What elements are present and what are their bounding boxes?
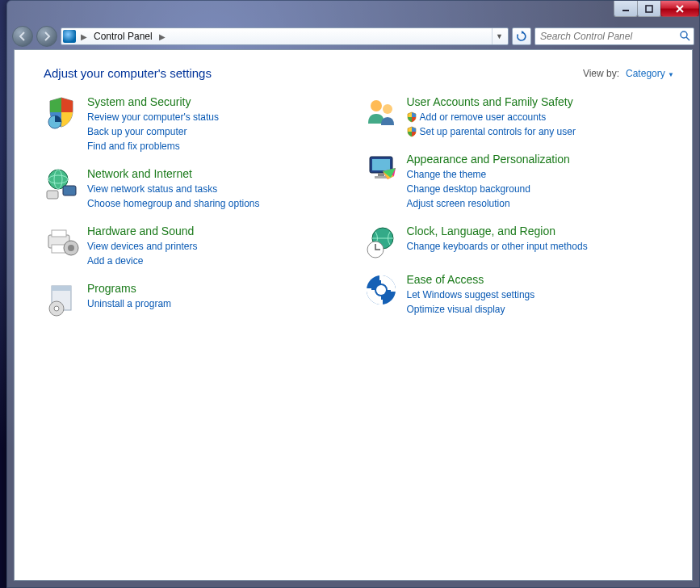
view-by-dropdown[interactable]: Category ▼ <box>626 68 674 79</box>
category-clock-language-and-region: Clock, Language, and RegionChange keyboa… <box>363 224 675 259</box>
category-ease-of-access: Ease of AccessLet Windows suggest settin… <box>363 272 675 317</box>
sublink-text: Set up parental controls for any user <box>420 124 576 139</box>
control-panel-icon <box>63 30 76 43</box>
category-user-accounts-and-family-safety: User Accounts and Family SafetyAdd or re… <box>363 94 675 139</box>
content-header: Adjust your computer's settings View by:… <box>44 66 674 80</box>
category-title-link[interactable]: Programs <box>87 282 171 295</box>
view-by-control: View by: Category ▼ <box>583 68 674 79</box>
address-bar[interactable]: ▶ Control Panel ▶ ▼ <box>61 27 509 45</box>
svg-point-14 <box>68 245 74 251</box>
search-icon[interactable] <box>679 30 690 44</box>
view-by-value: Category <box>626 68 665 79</box>
category-sublink[interactable]: Adjust screen resolution <box>407 196 570 211</box>
category-body: Ease of AccessLet Windows suggest settin… <box>407 272 535 317</box>
category-sublink[interactable]: Add a device <box>87 254 198 268</box>
svg-point-2 <box>681 32 687 38</box>
refresh-button[interactable] <box>512 27 531 45</box>
svg-line-3 <box>686 37 690 40</box>
svg-rect-29 <box>379 274 383 280</box>
maximize-button[interactable] <box>637 1 661 17</box>
category-system-and-security: System and SecurityReview your computer'… <box>44 94 355 153</box>
sublink-text: Adjust screen resolution <box>407 196 510 211</box>
nav-back-button[interactable] <box>12 26 33 47</box>
svg-rect-16 <box>52 286 71 291</box>
shield-pie-icon[interactable] <box>44 94 79 130</box>
globe-clock-icon[interactable] <box>363 224 399 259</box>
category-programs: ProgramsUninstall a program <box>44 281 355 317</box>
category-sublink[interactable]: Find and fix problems <box>87 139 219 153</box>
sublink-text: Back up your computer <box>87 124 187 139</box>
close-icon <box>675 5 685 13</box>
search-input[interactable] <box>540 31 679 42</box>
category-sublink[interactable]: View devices and printers <box>87 239 198 254</box>
category-grid: System and SecurityReview your computer'… <box>44 94 674 317</box>
box-disc-icon[interactable] <box>44 281 79 317</box>
search-box[interactable] <box>534 27 694 45</box>
category-body: ProgramsUninstall a program <box>87 281 171 311</box>
category-body: Appearance and PersonalizationChange the… <box>407 152 570 211</box>
close-button[interactable] <box>660 1 699 17</box>
sublink-text: Change desktop background <box>407 182 530 196</box>
address-history-dropdown[interactable]: ▼ <box>492 28 506 44</box>
category-title-link[interactable]: System and Security <box>87 95 219 108</box>
people-icon[interactable] <box>363 94 399 130</box>
category-title-link[interactable]: Appearance and Personalization <box>407 153 570 166</box>
svg-point-18 <box>54 306 59 311</box>
arrow-left-icon <box>17 31 28 42</box>
navigation-row: ▶ Control Panel ▶ ▼ <box>7 23 699 49</box>
svg-rect-1 <box>646 6 652 12</box>
sublink-text: Uninstall a program <box>87 296 171 311</box>
category-title-link[interactable]: Network and Internet <box>87 167 259 180</box>
category-sublink[interactable]: Optimize visual display <box>407 302 535 317</box>
sublink-text: Let Windows suggest settings <box>407 288 535 302</box>
svg-rect-22 <box>372 159 390 170</box>
svg-rect-24 <box>375 176 388 178</box>
category-sublink[interactable]: Let Windows suggest settings <box>407 288 535 302</box>
category-hardware-and-sound: Hardware and SoundView devices and print… <box>44 224 355 268</box>
category-body: Hardware and SoundView devices and print… <box>87 224 198 268</box>
category-title-link[interactable]: Clock, Language, and Region <box>407 225 588 237</box>
nav-forward-button[interactable] <box>36 26 57 47</box>
svg-rect-31 <box>365 288 371 292</box>
breadcrumb-separator-icon: ▶ <box>157 32 167 41</box>
svg-rect-11 <box>52 230 66 237</box>
sublink-text: Change the theme <box>407 167 487 182</box>
breadcrumb-root[interactable]: Control Panel <box>92 29 154 44</box>
arrow-right-icon <box>41 31 52 42</box>
minimize-button[interactable] <box>614 1 638 17</box>
category-sublink[interactable]: Set up parental controls for any user <box>407 124 576 139</box>
sublink-text: Add or remove user accounts <box>420 110 547 124</box>
category-sublink[interactable]: Add or remove user accounts <box>407 110 576 124</box>
category-body: System and SecurityReview your computer'… <box>87 94 219 153</box>
category-sublink[interactable]: Change keyboards or other input methods <box>407 239 588 254</box>
globe-network-icon[interactable] <box>44 166 79 202</box>
ease-access-icon[interactable] <box>363 272 399 308</box>
svg-point-28 <box>376 285 386 295</box>
svg-rect-9 <box>47 191 58 199</box>
svg-rect-0 <box>622 10 629 11</box>
page-title: Adjust your computer's settings <box>44 66 212 80</box>
category-sublink[interactable]: Uninstall a program <box>87 296 171 311</box>
sublink-text: Find and fix problems <box>87 139 180 153</box>
uac-shield-icon <box>407 111 417 123</box>
category-sublink[interactable]: View network status and tasks <box>87 182 259 196</box>
monitor-paint-icon[interactable] <box>363 152 399 187</box>
minimize-icon <box>622 5 630 13</box>
category-sublink[interactable]: Change the theme <box>407 167 570 182</box>
uac-shield-icon <box>407 126 417 137</box>
category-body: User Accounts and Family SafetyAdd or re… <box>407 94 576 139</box>
svg-rect-23 <box>378 173 384 176</box>
category-sublink[interactable]: Back up your computer <box>87 124 219 139</box>
sublink-text: Add a device <box>87 254 143 268</box>
sublink-text: View devices and printers <box>87 239 198 254</box>
sublink-text: Choose homegroup and sharing options <box>87 196 259 211</box>
category-sublink[interactable]: Choose homegroup and sharing options <box>87 196 259 211</box>
category-title-link[interactable]: Hardware and Sound <box>87 225 198 237</box>
printer-speaker-icon[interactable] <box>44 224 79 259</box>
refresh-icon <box>516 31 527 42</box>
category-title-link[interactable]: User Accounts and Family Safety <box>407 95 576 108</box>
svg-rect-32 <box>391 288 397 292</box>
category-sublink[interactable]: Change desktop background <box>407 182 570 196</box>
category-sublink[interactable]: Review your computer's status <box>87 110 219 124</box>
category-title-link[interactable]: Ease of Access <box>407 273 535 286</box>
